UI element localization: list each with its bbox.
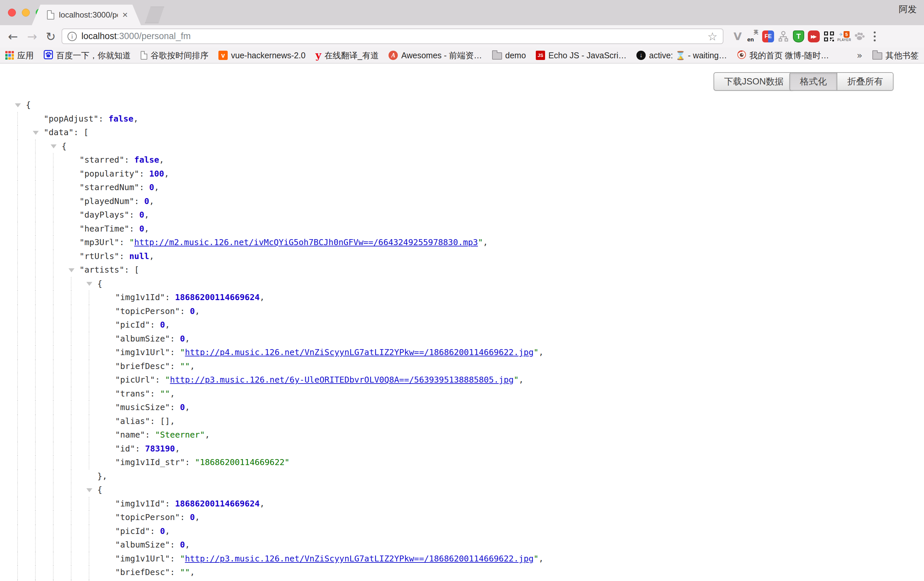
fe-icon[interactable]: FE <box>762 28 774 45</box>
json-line: "picUrl": "http://p3.music.126.net/6y-Ul… <box>0 373 924 387</box>
collapse-toggle-icon[interactable] <box>51 144 56 148</box>
browser-menu-icon[interactable] <box>868 28 881 45</box>
baidu-paw-icon <box>44 50 53 61</box>
json-punctuation: { <box>61 141 66 151</box>
json-link[interactable]: http://p4.music.126.net/VnZiScyynLG7atLI… <box>185 348 534 357</box>
tampermonkey-shield-icon[interactable]: T <box>792 28 805 45</box>
json-number: 0 <box>160 320 165 329</box>
json-line: { <box>0 139 924 153</box>
indent-guide <box>17 497 18 511</box>
bookmark-item[interactable]: AAwesomes - 前端资… <box>389 50 482 61</box>
indent-guide <box>53 153 54 167</box>
qrcode-icon[interactable] <box>823 28 835 45</box>
json-punctuation: , <box>185 540 190 550</box>
collapse-toggle-icon[interactable] <box>86 488 92 492</box>
indent-guide <box>89 290 89 305</box>
collapse-all-button[interactable]: 折叠所有 <box>837 73 893 90</box>
json-punctuation: , <box>144 210 149 220</box>
tab-close-icon[interactable]: × <box>122 10 128 20</box>
collapse-toggle-icon[interactable] <box>15 103 21 107</box>
url-path: :3000/personal_fm <box>117 31 191 41</box>
browser-tab[interactable]: localhost:3000/personal_fm × <box>32 5 141 25</box>
bookmarks-overflow-icon[interactable]: » <box>857 50 863 61</box>
indent-guide <box>71 305 71 318</box>
reload-icon[interactable]: ↻ <box>46 25 56 48</box>
page-icon <box>141 51 147 60</box>
json-line: "playedNum": 0, <box>0 194 924 209</box>
indent-guide <box>53 428 54 442</box>
indent-guide <box>53 235 54 250</box>
minimize-window-button[interactable] <box>22 8 30 17</box>
bookmark-item[interactable]: JSEcho JS - JavaScri… <box>536 51 627 60</box>
json-key: "picUrl" <box>115 375 155 384</box>
json-number: 18686200114669624 <box>175 293 260 302</box>
bookmark-item[interactable]: 百度一下，你就知道 <box>44 50 131 61</box>
json-punctuation: { <box>97 279 102 288</box>
json-boolean: false <box>134 155 159 165</box>
collapse-toggle-icon[interactable] <box>86 282 92 286</box>
site-info-icon[interactable]: i <box>68 32 77 41</box>
indent-guide <box>53 318 54 332</box>
close-window-button[interactable] <box>8 8 16 17</box>
bookmark-star-icon[interactable]: ☆ <box>708 30 718 43</box>
indent-guide <box>71 359 71 373</box>
indent-guide <box>53 538 54 552</box>
indent-guide <box>71 346 71 359</box>
json-punctuation: : <box>150 389 160 399</box>
json-punctuation: , <box>190 361 195 371</box>
back-icon[interactable]: ← <box>8 25 18 48</box>
bookmark-items: 应用百度一下，你就知道谷歌按时间排序vvue-hackernews-2.0y在线… <box>5 50 829 61</box>
address-bar[interactable]: i localhost:3000/personal_fm ☆ <box>61 28 723 44</box>
vue-devtools-icon[interactable]: V <box>731 28 744 45</box>
bookmark-item[interactable]: demo <box>492 51 526 60</box>
bookmark-item[interactable]: y在线翻译_有道 <box>315 50 379 61</box>
indent-guide <box>53 194 54 209</box>
json-quote: " <box>165 375 170 384</box>
download-json-button[interactable]: 下载JSON数据 <box>713 72 794 91</box>
json-link[interactable]: http://p3.music.126.net/VnZiScyynLG7atLI… <box>185 554 534 563</box>
bookmark-label: demo <box>505 51 526 60</box>
other-bookmarks[interactable]: 其他书签 <box>872 50 919 61</box>
json-punctuation: : <box>139 169 149 179</box>
json-key: "starredNum" <box>79 182 139 192</box>
format-button[interactable]: 格式化 <box>790 73 837 90</box>
indent-guide <box>89 442 89 456</box>
indent-guide <box>53 414 54 428</box>
bookmark-item[interactable]: 我的首页 微博-随时… <box>737 50 829 61</box>
json-key: "albumSize" <box>115 334 170 344</box>
forward-icon[interactable]: → <box>27 25 37 48</box>
fast-forward-icon[interactable]: ▶▶ <box>807 28 820 45</box>
json-link[interactable]: http://m2.music.126.net/ivMcQYiG5oh7BCJh… <box>134 237 478 247</box>
translate-icon[interactable]: 英 en <box>747 28 759 45</box>
sitemap-icon[interactable] <box>777 28 790 45</box>
indent-guide <box>17 126 18 139</box>
bookmark-label: 应用 <box>17 50 34 61</box>
json-key: "img1v1Id" <box>115 499 165 508</box>
collapse-toggle-icon[interactable] <box>33 131 39 135</box>
bookmark-item[interactable]: 谷歌按时间排序 <box>141 50 208 61</box>
folder-icon <box>492 52 502 60</box>
h5-player-icon[interactable]: ✈5 PLAYER <box>838 28 851 45</box>
bookmark-item[interactable]: 应用 <box>5 50 34 61</box>
bookmark-item[interactable]: vvue-hackernews-2.0 <box>218 51 305 60</box>
paw-icon[interactable] <box>853 28 866 45</box>
bookmark-label: 在线翻译_有道 <box>325 50 379 61</box>
json-punctuation: , <box>134 114 139 124</box>
json-line: "artists": [ <box>0 263 924 277</box>
indent-guide <box>89 373 89 387</box>
json-number: 0 <box>144 197 149 206</box>
json-link[interactable]: http://p3.music.126.net/6y-UleORITEDbvrO… <box>170 375 514 384</box>
profile-name[interactable]: 阿发 <box>899 3 917 15</box>
indent-guide <box>35 469 36 483</box>
bookmark-item[interactable]: ↓active: ⌛ - waiting… <box>637 51 727 60</box>
indent-guide <box>17 538 18 552</box>
collapse-toggle-icon[interactable] <box>69 268 74 272</box>
json-punctuation: : <box>170 402 180 412</box>
indent-guide <box>71 565 71 579</box>
indent-guide <box>35 579 36 581</box>
indent-guide <box>17 263 18 277</box>
indent-guide <box>53 455 54 469</box>
json-number: 0 <box>180 334 185 344</box>
new-tab-button[interactable] <box>145 7 164 23</box>
json-punctuation: : <box>134 197 144 206</box>
